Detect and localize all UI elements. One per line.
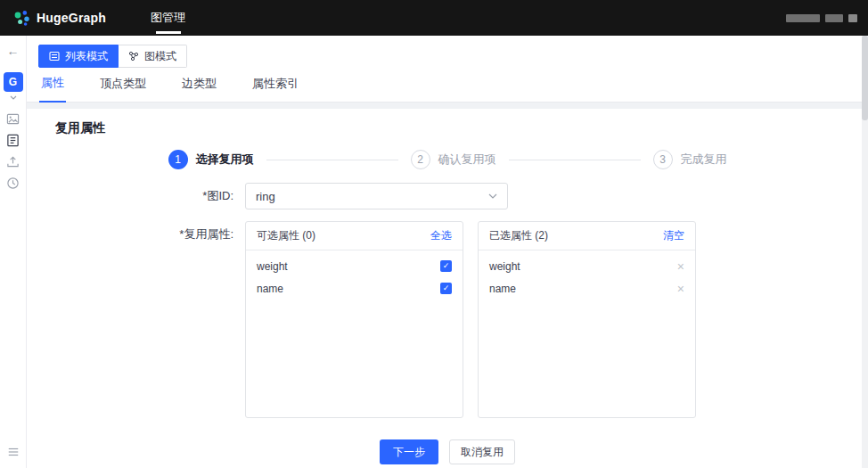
remove-icon[interactable]: × — [677, 283, 684, 295]
step-2: 2 确认复用项 — [411, 150, 496, 169]
top-header: HugeGraph 图管理 — [0, 0, 868, 36]
reuse-properties-card: 复用属性 1 选择复用项 2 确认复用项 3 完成复用 *图ID: rin — [27, 109, 868, 468]
transfer-widget: 可选属性 (0) 全选 weight ✓ name ✓ — [245, 221, 696, 418]
available-properties-panel: 可选属性 (0) 全选 weight ✓ name ✓ — [245, 221, 463, 418]
graph-id-select[interactable]: ring — [245, 183, 508, 209]
app-logo: HugeGraph — [0, 9, 119, 27]
selected-panel-title: 已选属性 (2) — [489, 228, 548, 243]
view-mode-toolbar: 列表模式 图模式 — [27, 36, 868, 68]
reuse-properties-label: *复用属性: — [55, 221, 233, 418]
back-button[interactable]: ← — [0, 40, 27, 62]
tab-properties[interactable]: 属性 — [39, 75, 66, 103]
user-info-block — [825, 14, 843, 22]
app-title: HugeGraph — [37, 11, 106, 25]
step-1: 1 选择复用项 — [168, 150, 254, 169]
graph-id-row: *图ID: ring — [55, 183, 839, 209]
step-connector — [266, 160, 398, 160]
user-info-block — [848, 14, 857, 22]
image-icon — [6, 112, 20, 126]
remove-icon[interactable]: × — [677, 260, 684, 273]
nav-graph-management[interactable]: 图管理 — [151, 0, 185, 36]
graph-mode-button[interactable]: 图模式 — [119, 45, 187, 68]
tab-edge-types[interactable]: 边类型 — [180, 76, 218, 102]
property-name: weight — [257, 260, 288, 273]
list-item: name × — [479, 277, 695, 300]
tab-vertex-types[interactable]: 顶点类型 — [98, 76, 148, 102]
property-checkbox[interactable]: ✓ — [440, 283, 452, 294]
step-3: 3 完成复用 — [653, 150, 727, 169]
step-3-number: 3 — [653, 150, 673, 169]
main-content: 列表模式 图模式 属性 顶点类型 边类型 属性索引 复用属性 — [27, 36, 868, 468]
property-checkbox[interactable]: ✓ — [440, 260, 452, 272]
sidebar-item-import[interactable] — [0, 151, 27, 172]
list-mode-button[interactable]: 列表模式 — [38, 45, 119, 68]
nav-active-indicator — [156, 31, 181, 34]
list-item: name ✓ — [246, 277, 463, 300]
property-name: weight — [489, 260, 520, 273]
step-1-label: 选择复用项 — [196, 152, 254, 168]
sidebar-item-history[interactable] — [0, 172, 27, 193]
nav-graph-management-label: 图管理 — [151, 10, 185, 26]
content-header: 列表模式 图模式 属性 顶点类型 边类型 属性索引 — [27, 36, 868, 103]
sidebar-item-gallery[interactable] — [0, 108, 27, 129]
next-step-button[interactable]: 下一步 — [380, 439, 438, 464]
graph-id-value: ring — [256, 190, 275, 203]
page-title: 复用属性 — [55, 120, 839, 136]
available-panel-list: weight ✓ name ✓ — [246, 250, 463, 417]
step-2-label: 确认复用项 — [438, 152, 496, 168]
clear-all-link[interactable]: 清空 — [663, 228, 684, 243]
select-all-link[interactable]: 全选 — [430, 228, 452, 243]
selected-panel-header: 已选属性 (2) 清空 — [479, 222, 695, 250]
selected-properties-panel: 已选属性 (2) 清空 weight × name × — [478, 221, 696, 418]
hugegraph-logo-icon — [12, 9, 30, 27]
sidebar-item-metadata[interactable] — [0, 129, 27, 151]
selected-panel-list: weight × name × — [479, 250, 695, 417]
graph-switcher-avatar[interactable]: G — [4, 72, 23, 92]
graph-mode-icon — [128, 51, 139, 62]
available-panel-header: 可选属性 (0) 全选 — [246, 222, 463, 250]
clock-icon — [6, 177, 20, 190]
property-name: name — [489, 283, 516, 295]
sidebar-item-bottom[interactable] — [0, 441, 27, 463]
scrollbar[interactable] — [862, 36, 868, 468]
graph-id-label: *图ID: — [55, 183, 233, 209]
step-2-number: 2 — [411, 150, 430, 169]
chevron-down-icon — [10, 95, 17, 100]
graph-mode-label: 图模式 — [144, 49, 176, 64]
tab-property-indexes[interactable]: 属性索引 — [250, 76, 300, 102]
upload-icon — [6, 155, 20, 168]
menu-icon — [7, 446, 20, 458]
user-info-block — [786, 14, 820, 22]
arrow-left-icon: ← — [7, 45, 20, 57]
wizard-footer: 下一步 取消复用 — [55, 439, 839, 464]
reuse-properties-row: *复用属性: 可选属性 (0) 全选 weight ✓ — [55, 221, 839, 418]
list-item: weight × — [479, 255, 695, 277]
steps-indicator: 1 选择复用项 2 确认复用项 3 完成复用 — [55, 150, 839, 169]
cancel-reuse-button[interactable]: 取消复用 — [449, 439, 515, 464]
list-mode-icon — [49, 51, 60, 62]
list-item: weight ✓ — [246, 255, 463, 277]
form-icon — [6, 134, 20, 147]
property-name: name — [257, 283, 283, 295]
step-1-number: 1 — [168, 150, 188, 169]
chevron-down-icon — [488, 193, 497, 199]
metadata-tabs: 属性 顶点类型 边类型 属性索引 — [27, 68, 868, 103]
step-connector — [509, 160, 641, 160]
user-info-redacted[interactable] — [786, 14, 868, 22]
step-3-label: 完成复用 — [681, 152, 727, 168]
available-panel-title: 可选属性 (0) — [257, 228, 315, 243]
list-mode-label: 列表模式 — [65, 49, 108, 64]
scrollbar-thumb[interactable] — [862, 36, 868, 120]
graph-switcher-chevron[interactable] — [10, 92, 17, 103]
left-sidebar: ← G — [0, 36, 27, 468]
